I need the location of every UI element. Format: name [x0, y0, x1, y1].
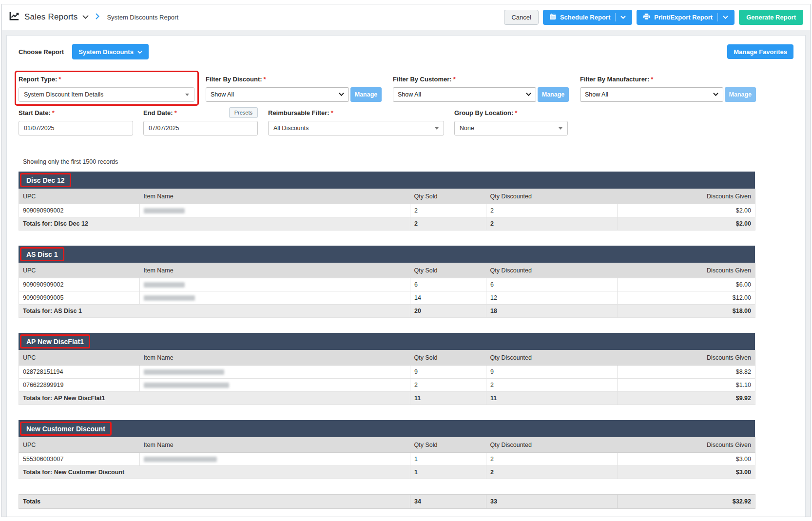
group-totals-label: Totals for: Disc Dec 12: [19, 217, 410, 231]
filter-by-manufacturer-field: Filter By Manufacturer:* Show All Manage: [580, 76, 756, 102]
qty-discounted-cell: 6: [486, 278, 618, 291]
required-asterisk: *: [52, 109, 55, 116]
schedule-report-button[interactable]: Schedule Report: [543, 10, 632, 25]
item-name-cell: [140, 278, 410, 291]
records-limit-notice: Showing only the first 1500 records: [23, 158, 793, 165]
report-type-value: System Discount Item Details: [24, 91, 103, 98]
start-date-input[interactable]: [19, 121, 133, 135]
discounts-given-cell: $6.00: [618, 278, 755, 291]
end-date-input[interactable]: [143, 121, 258, 135]
report-panel: Choose Report System Discounts Manage Fa…: [6, 35, 806, 517]
discounts-given-cell: $12.00: [618, 291, 755, 305]
column-header-row: UPCItem NameQty SoldQty DiscountedDiscou…: [19, 438, 755, 453]
filter-by-discount-field: Filter By Discount:* Show All Manage: [206, 76, 382, 102]
report-selector-button[interactable]: System Discounts: [72, 44, 149, 59]
discounts-given-cell: $8.82: [618, 366, 755, 379]
filter-by-customer-select[interactable]: Show All: [393, 87, 536, 102]
required-asterisk: *: [174, 109, 177, 116]
column-header-upc: UPC: [19, 438, 140, 453]
manage-customer-button[interactable]: Manage: [538, 87, 569, 102]
report-type-select[interactable]: System Discount Item Details: [19, 87, 194, 102]
manage-favorites-button[interactable]: Manage Favorites: [727, 44, 793, 59]
column-header-qty-sold: Qty Sold: [410, 189, 486, 204]
column-header-discounts-given: Discounts Given: [618, 438, 755, 453]
print-export-label: Print/Export Report: [654, 14, 713, 21]
qty-sold-cell: 2: [410, 204, 486, 217]
reimbursable-filter-value: All Discounts: [273, 125, 309, 132]
discount-group: AS Disc 1UPCItem NameQty SoldQty Discoun…: [19, 246, 793, 318]
column-header-upc: UPC: [19, 189, 140, 204]
table-row: 02872815119499$8.82: [19, 366, 755, 379]
chevron-down-icon[interactable]: [723, 14, 728, 21]
reimbursable-filter-label: Reimbursable Filter:*: [268, 109, 444, 116]
upc-cell: 909090909002: [19, 278, 140, 291]
totals-qty-discounted: 18: [486, 305, 618, 318]
required-asterisk: *: [651, 76, 653, 83]
qty-discounted-cell: 2: [486, 204, 618, 217]
column-header-row: UPCItem NameQty SoldQty DiscountedDiscou…: [19, 350, 755, 366]
report-tables: Disc Dec 12UPCItem NameQty SoldQty Disco…: [19, 172, 793, 479]
cancel-button[interactable]: Cancel: [504, 10, 538, 25]
grand-totals-row: Totals3433$32.92: [19, 495, 755, 509]
group-title-annotated: AP New DiscFlat1: [20, 334, 90, 348]
column-header-qty-discounted: Qty Discounted: [486, 350, 618, 366]
qty-sold-cell: 1: [410, 453, 486, 466]
chevron-down-icon[interactable]: [620, 14, 626, 21]
manage-manufacturer-button[interactable]: Manage: [725, 87, 756, 102]
start-date-label: Start Date:*: [19, 109, 133, 116]
column-header-discounts-given: Discounts Given: [618, 350, 755, 366]
calendar-icon: [549, 13, 556, 21]
group-by-location-select[interactable]: None: [454, 121, 568, 135]
chevron-down-icon[interactable]: [82, 13, 89, 21]
qty-discounted-cell: 2: [486, 379, 618, 392]
qty-sold-cell: 6: [410, 278, 486, 291]
group-totals-row: Totals for: Disc Dec 1222$2.00: [19, 217, 755, 231]
group-by-location-value: None: [460, 125, 474, 132]
table-row: 9090909090051412$12.00: [19, 291, 755, 305]
totals-qty-discounted: 2: [486, 217, 618, 231]
column-header-item-name: Item Name: [140, 189, 410, 204]
group-totals-label: Totals for: AS Disc 1: [19, 305, 410, 318]
qty-sold-cell: 14: [410, 291, 486, 305]
reimbursable-filter-select[interactable]: All Discounts: [268, 121, 444, 135]
filter-by-discount-select[interactable]: Show All: [206, 87, 349, 102]
group-by-location-field: Group By Location:* None: [454, 109, 568, 135]
item-name-cell: [140, 379, 410, 392]
qty-discounted-cell: 2: [486, 453, 618, 466]
grand-qty-sold: 34: [410, 495, 486, 509]
item-name-cell: [140, 366, 410, 379]
blurred-item-name: [144, 457, 217, 462]
filter-by-manufacturer-value: Show All: [585, 91, 608, 98]
group-header-bar: Disc Dec 12: [19, 172, 755, 189]
totals-discounts-given: $3.00: [618, 466, 755, 479]
report-table: UPCItem NameQty SoldQty DiscountedDiscou…: [19, 437, 755, 479]
totals-qty-discounted: 11: [486, 392, 618, 405]
group-totals-row: Totals for: AP New DiscFlat11111$9.92: [19, 392, 755, 405]
schedule-report-label: Schedule Report: [560, 14, 610, 21]
filter-by-manufacturer-select[interactable]: Show All: [580, 87, 723, 102]
presets-button[interactable]: Presets: [229, 107, 258, 118]
report-type-field: Report Type:* System Discount Item Detai…: [19, 76, 194, 102]
column-header-item-name: Item Name: [140, 263, 410, 278]
discount-group: AP New DiscFlat1UPCItem NameQty SoldQty …: [19, 333, 793, 405]
report-table: UPCItem NameQty SoldQty DiscountedDiscou…: [19, 189, 755, 231]
totals-qty-sold: 11: [410, 392, 486, 405]
manage-discount-button[interactable]: Manage: [350, 87, 382, 102]
totals-qty-sold: 2: [410, 217, 486, 231]
reimbursable-filter-field: Reimbursable Filter:* All Discounts: [268, 109, 444, 135]
upc-cell: 028728151194: [19, 366, 140, 379]
print-export-button[interactable]: Print/Export Report: [637, 10, 735, 25]
group-totals-label: Totals for: New Customer Discount: [19, 466, 410, 479]
group-totals-row: Totals for: New Customer Discount12$3.00: [19, 466, 755, 479]
column-header-qty-discounted: Qty Discounted: [486, 438, 618, 453]
upc-cell: 909090909002: [19, 204, 140, 217]
item-name-cell: [140, 204, 410, 217]
table-row: 90909090900266$6.00: [19, 278, 755, 291]
report-category-title[interactable]: Sales Reports: [24, 12, 77, 22]
totals-qty-sold: 20: [410, 305, 486, 318]
generate-report-button[interactable]: Generate Report: [739, 10, 803, 25]
column-header-row: UPCItem NameQty SoldQty DiscountedDiscou…: [19, 189, 755, 204]
table-row: 90909090900222$2.00: [19, 204, 755, 217]
grand-totals: Totals3433$32.92: [19, 494, 793, 509]
end-date-label: End Date:*: [143, 109, 177, 116]
